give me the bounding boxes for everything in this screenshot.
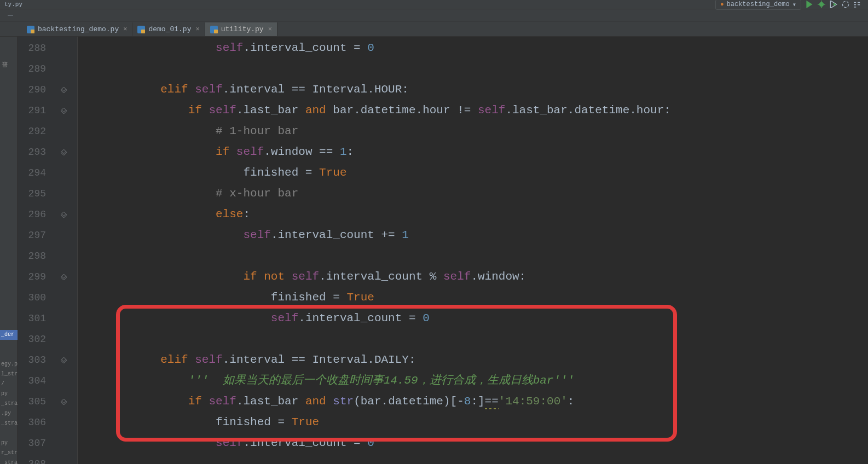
gutter-row[interactable]: 288 bbox=[18, 38, 77, 59]
sidebar-file-item[interactable] bbox=[0, 428, 18, 438]
fold-icon[interactable] bbox=[57, 212, 70, 218]
sidebar-file-item[interactable]: egy.p bbox=[0, 359, 18, 369]
gutter-row[interactable]: 306 bbox=[18, 412, 77, 433]
code-editor[interactable]: self.interval_count = 0 elif self.interv… bbox=[78, 37, 868, 464]
gutter-row[interactable]: 293 bbox=[18, 142, 77, 163]
close-icon[interactable]: × bbox=[123, 26, 127, 33]
code-line[interactable]: self.interval_count = 0 bbox=[78, 38, 868, 59]
sidebar-file-item[interactable]: py bbox=[0, 389, 18, 399]
svg-rect-9 bbox=[858, 2, 860, 3]
sidebar-file-item[interactable]: py bbox=[0, 438, 18, 448]
gutter-row[interactable]: 297 bbox=[18, 225, 77, 246]
gutter-row[interactable]: 304 bbox=[18, 370, 77, 391]
sidebar-file-item[interactable]: _der bbox=[0, 330, 18, 340]
sidebar-file-item[interactable]: l_stra bbox=[0, 369, 18, 379]
gutter-row[interactable]: 290 bbox=[18, 79, 77, 100]
profile-icon[interactable] bbox=[842, 1, 849, 8]
fold-icon[interactable] bbox=[57, 357, 70, 363]
gutter-row[interactable]: 302 bbox=[18, 329, 77, 350]
code-line[interactable] bbox=[78, 329, 868, 350]
more-icon[interactable] bbox=[854, 1, 861, 8]
line-number: 299 bbox=[18, 271, 46, 282]
line-number: 291 bbox=[18, 105, 46, 116]
sidebar-file-item[interactable] bbox=[0, 350, 18, 359]
code-line[interactable] bbox=[78, 59, 868, 79]
line-number: 294 bbox=[18, 167, 46, 178]
minimize-panel-icon[interactable]: — bbox=[3, 10, 18, 20]
code-line[interactable]: finished = True bbox=[78, 287, 868, 308]
svg-rect-7 bbox=[854, 4, 856, 5]
line-number: 296 bbox=[18, 209, 46, 220]
code-line[interactable]: self.interval_count = 0 bbox=[78, 308, 868, 329]
gutter-row[interactable]: 308 bbox=[18, 454, 77, 464]
toolbar-row: — bbox=[0, 9, 868, 21]
code-line[interactable]: if self.last_bar and str(bar.datetime)[-… bbox=[78, 391, 868, 412]
code-line[interactable]: if self.window == 1: bbox=[78, 142, 868, 163]
tab-label: demo_01.py bbox=[148, 25, 191, 33]
line-number: 306 bbox=[18, 417, 46, 428]
dropdown-icon: ▾ bbox=[792, 1, 796, 9]
gutter-row[interactable]: 305 bbox=[18, 391, 77, 412]
fold-icon[interactable] bbox=[57, 399, 70, 405]
code-line[interactable]: if not self.interval_count % self.window… bbox=[78, 266, 868, 287]
breadcrumb: ty.py bbox=[4, 1, 22, 8]
sidebar-file-item[interactable]: _stra bbox=[0, 399, 18, 409]
gutter-row[interactable]: 296 bbox=[18, 204, 77, 225]
gutter-row[interactable]: 301 bbox=[18, 308, 77, 329]
gutter-row[interactable]: 289 bbox=[18, 59, 77, 79]
tab-label: utility.py bbox=[221, 25, 264, 33]
sidebar-file-item[interactable]: .py bbox=[0, 409, 18, 419]
code-line[interactable] bbox=[78, 246, 868, 266]
code-line[interactable]: self.interval_count += 1 bbox=[78, 225, 868, 246]
gutter-row[interactable]: 298 bbox=[18, 246, 77, 266]
sidebar-file-item[interactable]: _stra bbox=[0, 458, 18, 464]
run-icon[interactable] bbox=[806, 1, 813, 8]
line-number: 293 bbox=[18, 147, 46, 158]
code-line[interactable]: # x-hour bar bbox=[78, 183, 868, 204]
close-icon[interactable]: × bbox=[195, 26, 199, 33]
gutter-row[interactable]: 299 bbox=[18, 266, 77, 287]
code-line[interactable]: elif self.interval == Interval.DAILY: bbox=[78, 350, 868, 370]
line-number: 290 bbox=[18, 84, 46, 95]
tab-utility-py[interactable]: utility.py× bbox=[205, 22, 277, 36]
code-line[interactable]: elif self.interval == Interval.HOUR: bbox=[78, 79, 868, 100]
code-line[interactable]: else: bbox=[78, 204, 868, 225]
gutter-row[interactable]: 300 bbox=[18, 287, 77, 308]
svg-point-0 bbox=[819, 2, 824, 7]
gutter-row[interactable]: 294 bbox=[18, 163, 77, 183]
code-line[interactable]: finished = True bbox=[78, 412, 868, 433]
gutter-row[interactable]: 292 bbox=[18, 121, 77, 142]
coverage-icon[interactable] bbox=[830, 1, 837, 8]
run-config-name: backtesting_demo bbox=[727, 1, 790, 8]
code-line[interactable]: # 1-hour bar bbox=[78, 121, 868, 142]
debug-icon[interactable] bbox=[818, 1, 825, 8]
sidebar-file-item[interactable]: _stra bbox=[0, 419, 18, 428]
python-icon bbox=[210, 26, 218, 33]
sidebar-file-item[interactable]: / bbox=[0, 379, 18, 389]
fold-icon[interactable] bbox=[57, 274, 70, 280]
tab-demo_01-py[interactable]: demo_01.py× bbox=[132, 22, 205, 36]
gutter-row[interactable]: 303 bbox=[18, 350, 77, 370]
line-number: 304 bbox=[18, 375, 46, 386]
code-line[interactable]: ''' 如果当天的最后一个收盘时间事14.59，进行合成，生成日线bar''' bbox=[78, 370, 868, 391]
left-sidebar: 最 _der egy.pl_stra/py_stra.py_strapyr_st… bbox=[0, 37, 18, 464]
code-line[interactable]: self.interval_count = 0 bbox=[78, 433, 868, 454]
fold-icon[interactable] bbox=[57, 149, 70, 155]
sidebar-file-item[interactable] bbox=[0, 340, 18, 350]
fold-icon[interactable] bbox=[57, 108, 70, 114]
gutter-row[interactable]: 307 bbox=[18, 433, 77, 454]
line-number: 308 bbox=[18, 459, 46, 464]
run-config-selector[interactable]: ● backtesting_demo ▾ bbox=[715, 0, 801, 10]
code-line[interactable] bbox=[78, 454, 868, 464]
close-icon[interactable]: × bbox=[268, 26, 272, 33]
sidebar-file-item[interactable]: r_stra bbox=[0, 448, 18, 458]
tab-backtesting_demo-py[interactable]: backtesting_demo.py× bbox=[22, 22, 132, 36]
python-icon bbox=[27, 26, 34, 33]
sidebar-files[interactable]: _der egy.pl_stra/py_stra.py_strapyr_stra… bbox=[0, 330, 18, 464]
line-number: 302 bbox=[18, 334, 46, 345]
gutter-row[interactable]: 291 bbox=[18, 100, 77, 121]
code-line[interactable]: if self.last_bar and bar.datetime.hour !… bbox=[78, 100, 868, 121]
code-line[interactable]: finished = True bbox=[78, 163, 868, 183]
fold-icon[interactable] bbox=[57, 87, 70, 93]
gutter-row[interactable]: 295 bbox=[18, 183, 77, 204]
